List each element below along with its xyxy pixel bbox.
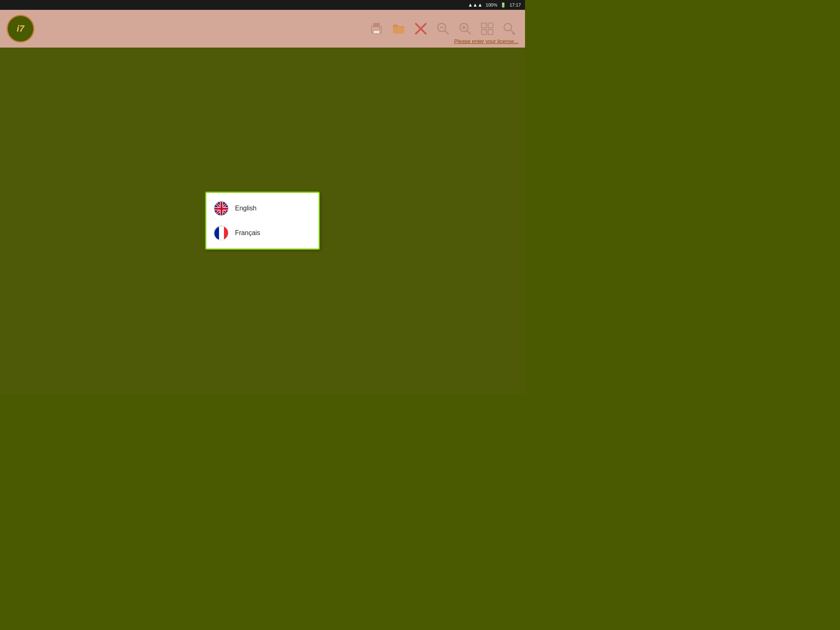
toolbar: i7	[0, 10, 525, 48]
zoom-in-button[interactable]	[456, 20, 474, 38]
svg-rect-16	[488, 30, 493, 34]
svg-rect-15	[482, 30, 486, 34]
toolbar-icons	[368, 20, 518, 38]
svg-rect-28	[214, 208, 228, 210]
battery-icon: 🔋	[500, 2, 506, 8]
app-logo-text: i7	[17, 23, 24, 34]
print-button[interactable]	[368, 20, 386, 38]
close-button[interactable]	[412, 20, 430, 38]
svg-line-8	[445, 30, 448, 34]
svg-point-3	[379, 27, 381, 29]
svg-line-12	[467, 30, 470, 34]
svg-rect-32	[219, 226, 224, 240]
app-logo[interactable]: i7	[7, 15, 34, 43]
zoom-out-button[interactable]	[434, 20, 452, 38]
main-content: English Français	[0, 48, 525, 394]
language-item-french[interactable]: Français	[206, 221, 319, 245]
search-button[interactable]	[500, 20, 518, 38]
svg-rect-2	[373, 30, 380, 34]
clock: 17:17	[509, 2, 521, 7]
battery-percentage: 100%	[486, 2, 497, 7]
flag-uk	[214, 201, 228, 216]
svg-rect-1	[373, 23, 380, 27]
svg-rect-13	[482, 23, 486, 28]
license-link[interactable]: Please enter your license...	[454, 38, 518, 44]
language-item-english[interactable]: English	[206, 196, 319, 221]
svg-rect-14	[488, 23, 493, 28]
folder-button[interactable]	[390, 20, 408, 38]
english-label: English	[235, 205, 256, 212]
status-bar: ▲▲▲ 100% 🔋 17:17	[0, 0, 525, 10]
language-dropdown: English Français	[205, 192, 320, 250]
wifi-icon: ▲▲▲	[468, 2, 483, 8]
flag-fr	[214, 226, 228, 240]
french-label: Français	[235, 229, 260, 237]
grid-button[interactable]	[478, 20, 496, 38]
